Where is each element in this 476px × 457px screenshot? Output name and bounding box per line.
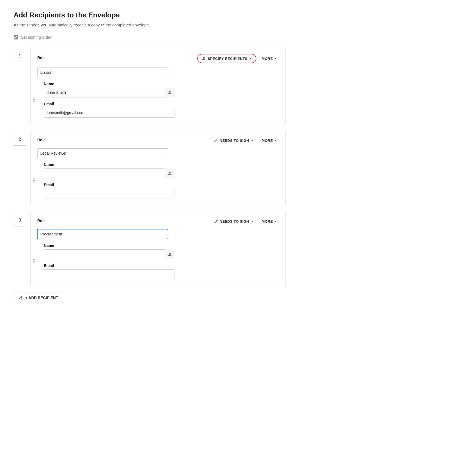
name-input-wrapper-2 bbox=[44, 168, 174, 178]
more-caret-icon: ▼ bbox=[274, 139, 277, 142]
sign-caret-icon: ▼ bbox=[251, 220, 253, 223]
role-field-group-3 bbox=[37, 229, 279, 239]
fields-with-drag-3: Name Email bbox=[37, 243, 279, 279]
pen-icon bbox=[214, 139, 218, 143]
add-recipient-button[interactable]: + ADD RECIPIENT bbox=[14, 293, 63, 303]
person-lookup-button-2[interactable] bbox=[165, 168, 174, 178]
svg-point-4 bbox=[20, 296, 22, 298]
name-field-group-1: Name bbox=[44, 82, 279, 97]
name-input-wrapper-1 bbox=[44, 88, 174, 97]
svg-point-2 bbox=[169, 172, 171, 174]
signing-order-label: Set signing order bbox=[21, 35, 51, 39]
more-caret-icon: ▼ bbox=[274, 220, 277, 223]
recipient-row-1: 1Role SPECIFY RECIPIENTS ▼ MORE ▼ Name E… bbox=[14, 48, 286, 124]
more-button-2[interactable]: MORE ▼ bbox=[260, 137, 279, 144]
more-button-3[interactable]: MORE ▼ bbox=[260, 218, 279, 225]
specify-recipients-button-1[interactable]: SPECIFY RECIPIENTS ▼ bbox=[197, 54, 256, 63]
email-field-group-3: Email bbox=[44, 263, 279, 279]
email-label-1: Email bbox=[44, 102, 279, 106]
role-field-group-2 bbox=[37, 148, 279, 158]
needs-to-sign-button-2[interactable]: NEEDS TO SIGN ▼ bbox=[211, 137, 256, 144]
email-label-2: Email bbox=[44, 183, 279, 187]
add-recipient-label: + ADD RECIPIENT bbox=[25, 296, 58, 300]
svg-point-3 bbox=[169, 253, 171, 254]
pen-icon bbox=[214, 219, 218, 223]
card-header-2: Role NEEDS TO SIGN ▼ MORE ▼ bbox=[37, 137, 279, 144]
action-buttons-3: NEEDS TO SIGN ▼ MORE ▼ bbox=[211, 218, 279, 225]
specify-caret-icon: ▼ bbox=[249, 57, 252, 60]
role-field-group-1 bbox=[37, 68, 279, 77]
card-header-1: Role SPECIFY RECIPIENTS ▼ MORE ▼ bbox=[37, 54, 279, 63]
name-input-1[interactable] bbox=[44, 88, 174, 97]
more-label-2: MORE bbox=[262, 139, 273, 143]
action-buttons-2: NEEDS TO SIGN ▼ MORE ▼ bbox=[211, 137, 279, 144]
role-label-1: Role bbox=[37, 56, 45, 60]
person-lookup-icon bbox=[168, 252, 172, 256]
step-number-3: 3 bbox=[14, 214, 26, 226]
card-header-3: Role NEEDS TO SIGN ▼ MORE ▼ bbox=[37, 218, 279, 225]
role-input-3[interactable] bbox=[37, 229, 168, 239]
name-label-3: Name bbox=[44, 243, 279, 248]
email-label-3: Email bbox=[44, 263, 279, 268]
recipient-row-3: 3Role NEEDS TO SIGN ▼ MORE ▼ Name Email bbox=[14, 212, 286, 286]
drag-handle-1[interactable] bbox=[32, 97, 36, 103]
name-field-group-3: Name bbox=[44, 243, 279, 259]
fields-with-drag-2: Name Email bbox=[37, 162, 279, 198]
action-buttons-1: SPECIFY RECIPIENTS ▼ MORE ▼ bbox=[197, 54, 279, 63]
person-lookup-icon bbox=[168, 171, 172, 176]
needs-to-sign-label: NEEDS TO SIGN bbox=[220, 219, 249, 223]
person-icon bbox=[202, 56, 206, 61]
drag-handle-3[interactable] bbox=[32, 258, 36, 265]
email-input-2[interactable] bbox=[44, 189, 174, 198]
fields-with-drag-1: Name Email bbox=[37, 82, 279, 118]
role-input-1[interactable] bbox=[37, 68, 168, 77]
step-number-2: 2 bbox=[14, 133, 26, 146]
name-input-3[interactable] bbox=[44, 249, 174, 259]
specify-recipients-label: SPECIFY RECIPIENTS bbox=[208, 57, 247, 61]
role-input-2[interactable] bbox=[37, 148, 168, 158]
sign-caret-icon: ▼ bbox=[251, 139, 253, 142]
needs-to-sign-button-3[interactable]: NEEDS TO SIGN ▼ bbox=[211, 218, 256, 225]
page-subtitle: As the sender, you automatically receive… bbox=[14, 23, 286, 27]
svg-point-0 bbox=[203, 57, 205, 59]
person-lookup-button-3[interactable] bbox=[165, 249, 174, 259]
page-title: Add Recipients to the Envelope bbox=[14, 11, 286, 19]
person-lookup-icon bbox=[168, 90, 172, 95]
recipient-card-1: Role SPECIFY RECIPIENTS ▼ MORE ▼ Name Em… bbox=[30, 48, 286, 124]
name-field-group-2: Name bbox=[44, 162, 279, 178]
recipient-card-2: Role NEEDS TO SIGN ▼ MORE ▼ Name Email bbox=[30, 131, 286, 205]
signing-order-checkbox[interactable] bbox=[14, 35, 18, 39]
recipient-card-3: Role NEEDS TO SIGN ▼ MORE ▼ Name Email bbox=[30, 212, 286, 286]
email-input-1[interactable] bbox=[44, 108, 174, 118]
needs-to-sign-label: NEEDS TO SIGN bbox=[220, 139, 249, 143]
email-field-group-2: Email bbox=[44, 183, 279, 198]
drag-handle-2[interactable] bbox=[32, 177, 36, 184]
step-number-1: 1 bbox=[14, 50, 26, 62]
name-input-2[interactable] bbox=[44, 168, 174, 178]
name-label-1: Name bbox=[44, 82, 279, 86]
more-label-3: MORE bbox=[262, 219, 273, 223]
recipient-row-2: 2Role NEEDS TO SIGN ▼ MORE ▼ Name Email bbox=[14, 131, 286, 205]
more-caret-icon: ▼ bbox=[274, 57, 277, 60]
role-label-2: Role bbox=[37, 138, 45, 142]
more-button-1[interactable]: MORE ▼ bbox=[260, 55, 279, 62]
svg-point-1 bbox=[169, 91, 171, 93]
email-input-3[interactable] bbox=[44, 269, 174, 279]
more-label-1: MORE bbox=[262, 57, 273, 61]
name-input-wrapper-3 bbox=[44, 249, 174, 259]
add-recipient-icon bbox=[19, 296, 23, 300]
name-label-2: Name bbox=[44, 162, 279, 167]
role-label-3: Role bbox=[37, 219, 45, 223]
email-field-group-1: Email bbox=[44, 102, 279, 118]
person-lookup-button-1[interactable] bbox=[165, 88, 174, 97]
